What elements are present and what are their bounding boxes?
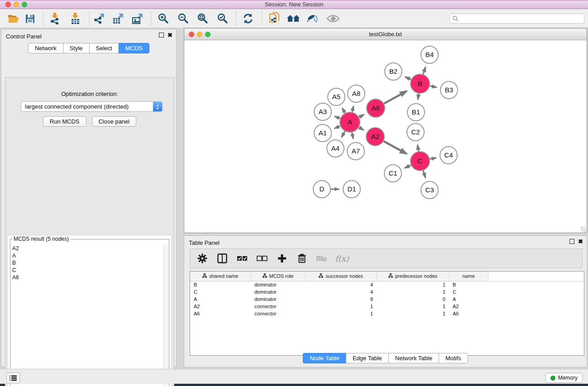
result-item[interactable]: A6 (11, 274, 163, 281)
edge-A-A4[interactable] (342, 131, 345, 137)
node-table[interactable]: shared nameMCDS rolesuccessor nodesprede… (190, 271, 584, 356)
tab-motifs[interactable]: Motifs (439, 353, 468, 363)
tab-edge-table[interactable]: Edge Table (346, 353, 388, 363)
zoom-out-icon[interactable] (175, 10, 192, 27)
edge-A-A1[interactable] (335, 126, 340, 129)
close-panel-icon[interactable]: ✖ (167, 33, 172, 38)
table-cell[interactable]: A (449, 295, 488, 303)
table-cell[interactable]: dominator (251, 288, 305, 295)
table-row[interactable]: Bdominator41B (190, 281, 584, 288)
edge-A-A8[interactable] (352, 106, 354, 112)
result-item[interactable]: B (11, 259, 163, 267)
edge-B-B2[interactable] (405, 77, 411, 80)
node-C2[interactable]: C2 (407, 124, 424, 141)
table-cell[interactable]: connector (251, 310, 305, 317)
edge-C-C4[interactable] (430, 158, 436, 159)
node-B[interactable]: B (411, 74, 430, 93)
table-cell[interactable]: A6 (190, 310, 251, 317)
node-C1[interactable]: C1 (384, 165, 402, 182)
node-A1[interactable]: A1 (314, 124, 331, 142)
table-cell[interactable]: 4 (305, 281, 377, 288)
column-header[interactable]: name (449, 272, 488, 281)
table-row[interactable]: A6connector11A6 (190, 310, 584, 317)
edge-C-C1[interactable] (405, 165, 411, 168)
node-A6[interactable]: A6 (367, 99, 385, 117)
optimization-criterion-dropdown[interactable]: largest connected component (directed) ▲… (21, 101, 163, 112)
tab-network-table[interactable]: Network Table (388, 353, 439, 363)
edge-C-C2[interactable] (417, 145, 418, 151)
table-cell[interactable]: dominator (251, 295, 305, 303)
tab-node-table[interactable]: Node Table (303, 353, 346, 363)
show-columns-icon[interactable] (215, 251, 229, 266)
float-table-panel-icon[interactable] (569, 239, 574, 244)
table-cell[interactable]: C (190, 288, 251, 295)
resize-grip-icon[interactable] (581, 227, 586, 232)
node-A2[interactable]: A2 (366, 128, 384, 146)
task-history-button[interactable] (6, 372, 20, 383)
node-A7[interactable]: A7 (347, 143, 364, 160)
table-cell[interactable]: 1 (377, 303, 449, 310)
genemania-icon[interactable] (285, 10, 302, 27)
tab-select[interactable]: Select (89, 43, 119, 53)
table-cell[interactable]: 1 (305, 303, 377, 310)
preview-eye-icon[interactable] (325, 10, 342, 27)
edge-B-B1[interactable] (418, 94, 419, 100)
node-A3[interactable]: A3 (314, 103, 331, 120)
table-cell[interactable]: A2 (190, 303, 251, 310)
cyndex-icon[interactable] (266, 10, 283, 27)
edge-A-A5[interactable] (342, 108, 345, 113)
table-cell[interactable]: connector (251, 303, 305, 310)
node-A5[interactable]: A5 (328, 88, 345, 105)
table-cell[interactable]: A (190, 295, 251, 303)
float-panel-icon[interactable] (159, 33, 164, 38)
table-cell[interactable]: A6 (449, 310, 488, 317)
node-A8[interactable]: A8 (348, 85, 365, 102)
search-input[interactable] (459, 14, 584, 23)
import-network-icon[interactable] (46, 10, 63, 27)
node-B1[interactable]: B1 (407, 104, 425, 121)
table-cell[interactable]: 1 (305, 310, 377, 317)
zoom-selected-icon[interactable] (214, 10, 231, 27)
result-item[interactable]: A2 (11, 245, 163, 252)
table-cell[interactable]: 8 (305, 295, 377, 303)
zoom-fit-icon[interactable] (194, 10, 211, 27)
node-C[interactable]: C (411, 152, 430, 171)
table-cell[interactable]: dominator (251, 281, 305, 288)
network-window-titlebar[interactable]: testGlobe.txt (184, 29, 587, 40)
cybrowser-icon[interactable] (304, 10, 321, 27)
export-table-icon[interactable] (110, 10, 127, 27)
table-row[interactable]: Adominator80A (190, 295, 584, 303)
edge-B-B3[interactable] (430, 86, 436, 87)
refresh-icon[interactable] (239, 10, 257, 27)
zoom-in-icon[interactable] (155, 10, 172, 27)
network-graph[interactable]: AA1A2A3A4A5A6A7A8BB1B2B3B4CC1C2C3C4DD1 (184, 40, 587, 233)
tab-style[interactable]: Style (63, 43, 89, 53)
tab-mcds[interactable]: MCDS (119, 43, 149, 53)
close-panel-button[interactable]: Close panel (92, 116, 137, 127)
open-session-icon[interactable] (5, 10, 22, 27)
table-cell[interactable]: 0 (377, 295, 449, 303)
table-row[interactable]: Cdominator41C (190, 288, 584, 295)
select-all-icon[interactable] (235, 251, 249, 266)
node-A4[interactable]: A4 (327, 140, 344, 157)
edge-A6-B[interactable] (384, 91, 406, 104)
edge-A-A6[interactable] (359, 114, 364, 117)
table-cell[interactable]: C (449, 288, 488, 295)
import-table-icon[interactable] (67, 10, 84, 27)
node-C4[interactable]: C4 (440, 147, 457, 164)
node-B4[interactable]: B4 (421, 46, 438, 63)
table-cell[interactable]: B (190, 281, 251, 288)
network-canvas[interactable]: AA1A2A3A4A5A6A7A8BB1B2B3B4CC1C2C3C4DD1 (184, 40, 587, 233)
column-header[interactable]: predecessor nodes (377, 272, 449, 281)
table-cell[interactable]: 1 (377, 281, 449, 288)
table-cell[interactable]: A2 (449, 303, 488, 310)
run-mcds-button[interactable]: Run MCDS (43, 116, 86, 127)
node-A[interactable]: A (340, 112, 360, 132)
table-settings-gear-icon[interactable] (196, 251, 209, 266)
column-header[interactable]: successor nodes (305, 272, 377, 281)
close-table-panel-icon[interactable]: ✖ (578, 239, 583, 244)
table-row[interactable]: A2connector11A2 (190, 303, 584, 310)
table-cell[interactable]: B (449, 281, 488, 288)
tab-network[interactable]: Network (28, 43, 63, 53)
add-column-icon[interactable] (275, 251, 289, 266)
